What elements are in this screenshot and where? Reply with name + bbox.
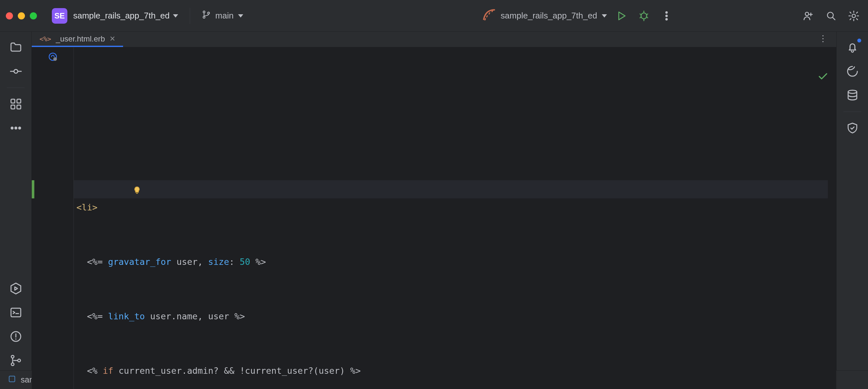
debug-button[interactable]: [636, 7, 652, 24]
code-line: <%= gravatar_for user, size: 50 %>: [76, 253, 836, 271]
vcs-branch-selector[interactable]: main: [202, 10, 243, 21]
database-tool-button[interactable]: [843, 86, 862, 105]
project-tool-button[interactable]: [6, 37, 26, 57]
more-tools-button[interactable]: [6, 118, 26, 138]
editor-tab-active[interactable]: <%> _user.html.erb ✕: [32, 32, 123, 47]
svg-point-15: [11, 127, 13, 129]
svg-point-10: [14, 70, 18, 73]
code-with-me-button[interactable]: [800, 7, 817, 24]
erb-file-icon: <%>: [39, 35, 51, 43]
run-config-selector[interactable]: sample_rails_app_7th_ed: [482, 7, 607, 24]
svg-point-25: [848, 90, 857, 93]
project-name: sample_rails_app_7th_ed: [73, 11, 170, 21]
commit-tool-button[interactable]: [6, 62, 26, 81]
title-bar: SE sample_rails_app_7th_ed main sample_r…: [0, 0, 868, 32]
svg-point-22: [18, 359, 20, 362]
run-tool-button[interactable]: [6, 279, 26, 298]
reader-mode-icon[interactable]: [47, 51, 58, 63]
more-run-options-button[interactable]: [658, 7, 675, 24]
module-icon: [8, 375, 16, 385]
svg-point-16: [15, 127, 17, 129]
svg-rect-13: [11, 105, 15, 109]
window-controls: [6, 12, 37, 20]
editor-area: <%> _user.html.erb ✕ ⋮: [32, 32, 836, 370]
ai-assistant-tool-button[interactable]: [843, 62, 862, 81]
branch-name: main: [215, 11, 234, 21]
run-config-name: sample_rails_app_7th_ed: [501, 11, 597, 21]
svg-point-6: [665, 19, 667, 20]
chevron-down-icon: [602, 14, 607, 18]
close-window-button[interactable]: [6, 12, 13, 20]
chevron-down-icon: [173, 14, 178, 18]
terminal-tool-button[interactable]: [6, 303, 26, 322]
svg-point-5: [665, 15, 667, 17]
svg-point-4: [665, 12, 667, 13]
notifications-tool-button[interactable]: [843, 37, 862, 57]
chevron-down-icon: [238, 14, 243, 18]
editor-gutter: [32, 47, 74, 389]
zoom-window-button[interactable]: [30, 12, 37, 20]
problems-tool-button[interactable]: [6, 327, 26, 346]
code-editor[interactable]: <li> <%= gravatar_for user, size: 50 %> …: [32, 47, 836, 389]
project-selector[interactable]: sample_rails_app_7th_ed: [73, 11, 178, 21]
rails-icon: [482, 7, 496, 24]
svg-rect-14: [17, 105, 21, 109]
minimize-window-button[interactable]: [18, 12, 25, 20]
left-tool-strip: [0, 32, 32, 370]
intention-bulb-icon[interactable]: [80, 165, 89, 174]
code-line: <%= link_to user.name, user %>: [76, 307, 836, 326]
shield-tool-button[interactable]: [843, 118, 862, 138]
svg-point-17: [19, 127, 21, 129]
code-line: <li>: [76, 198, 836, 217]
change-marker: [32, 180, 34, 198]
svg-rect-11: [11, 99, 15, 103]
version-control-tool-button[interactable]: [6, 351, 26, 370]
caret-line-highlight: [74, 180, 828, 198]
right-tool-strip: [836, 32, 868, 370]
svg-rect-18: [11, 308, 21, 317]
settings-button[interactable]: [845, 7, 862, 24]
svg-point-7: [805, 12, 809, 16]
project-badge: SE: [52, 8, 67, 24]
close-tab-button[interactable]: ✕: [110, 35, 115, 43]
branch-icon: [202, 10, 211, 21]
svg-rect-26: [9, 376, 14, 382]
tab-options-button[interactable]: ⋮: [815, 32, 831, 46]
inspection-ok-icon[interactable]: [765, 52, 829, 106]
search-everywhere-button[interactable]: [823, 7, 839, 24]
separator: [190, 8, 190, 24]
svg-rect-12: [17, 99, 21, 103]
run-button[interactable]: [613, 7, 630, 24]
structure-tool-button[interactable]: [6, 94, 26, 114]
svg-point-9: [852, 14, 856, 18]
code-line: <% if current_user.admin? && !current_us…: [76, 362, 836, 380]
tab-file-name: _user.html.erb: [56, 34, 105, 44]
editor-tabs: <%> _user.html.erb ✕ ⋮: [32, 32, 836, 47]
svg-point-3: [641, 13, 647, 19]
